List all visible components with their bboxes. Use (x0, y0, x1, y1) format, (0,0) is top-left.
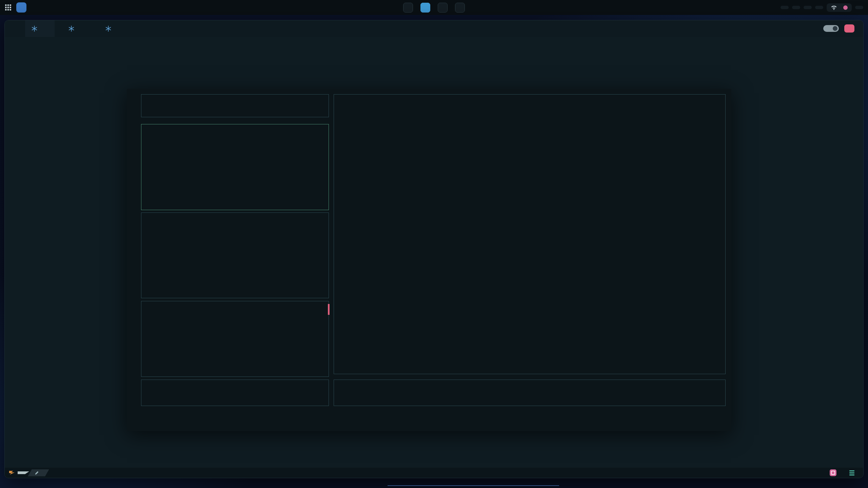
session-icon (830, 469, 836, 476)
tab-default-nix[interactable] (62, 20, 92, 37)
editor-area (5, 37, 863, 468)
zellij-icon (9, 470, 15, 475)
wifi-icon (831, 5, 837, 10)
workspace-button-4[interactable] (455, 3, 465, 13)
tab-bar (5, 20, 863, 37)
tab-home-nix[interactable] (25, 20, 55, 37)
lazygit-panel-stash[interactable] (141, 380, 329, 406)
pane-name-segment[interactable] (28, 469, 49, 476)
power-profile-indicator (781, 6, 789, 9)
clock (855, 6, 863, 9)
workspace-switcher (403, 3, 465, 13)
lazygit-panel-files[interactable] (141, 124, 329, 210)
workspace-button-2[interactable] (420, 3, 430, 13)
lines-icon (849, 470, 854, 475)
nix-snowflake-icon (31, 25, 38, 32)
ping-indicator (804, 6, 812, 9)
logo-badge[interactable] (16, 2, 26, 13)
lazygit-panel-diff[interactable] (334, 94, 726, 374)
tab-flake-nix[interactable] (99, 20, 129, 37)
pencil-icon (35, 471, 39, 475)
apps-grid-icon[interactable] (5, 4, 12, 11)
commits-scrollbar[interactable] (328, 304, 330, 315)
window-close-button[interactable] (844, 24, 854, 33)
tray-dot-icon (843, 5, 848, 10)
lazygit-panel-branches[interactable] (141, 212, 329, 298)
window-toggle[interactable] (823, 25, 839, 32)
lazygit-panel-command-log[interactable] (334, 380, 726, 406)
lazygit-panel-status[interactable] (141, 94, 329, 117)
gpu-indicator (792, 6, 800, 9)
lazygit-window (127, 89, 731, 431)
mode-indicator (18, 471, 29, 474)
lazygit-panel-commits[interactable] (141, 301, 329, 377)
wallpaper-accent-line (388, 485, 559, 486)
battery-indicator (815, 6, 823, 9)
nix-snowflake-icon (68, 25, 75, 32)
top-bar (0, 0, 868, 15)
terminal-window (4, 20, 864, 478)
status-bar (5, 468, 863, 478)
workspace-button-3[interactable] (438, 3, 448, 13)
nix-snowflake-icon (105, 25, 112, 32)
workspace-button-1[interactable] (403, 3, 413, 13)
system-tray[interactable] (827, 3, 852, 12)
desktop (0, 0, 868, 488)
